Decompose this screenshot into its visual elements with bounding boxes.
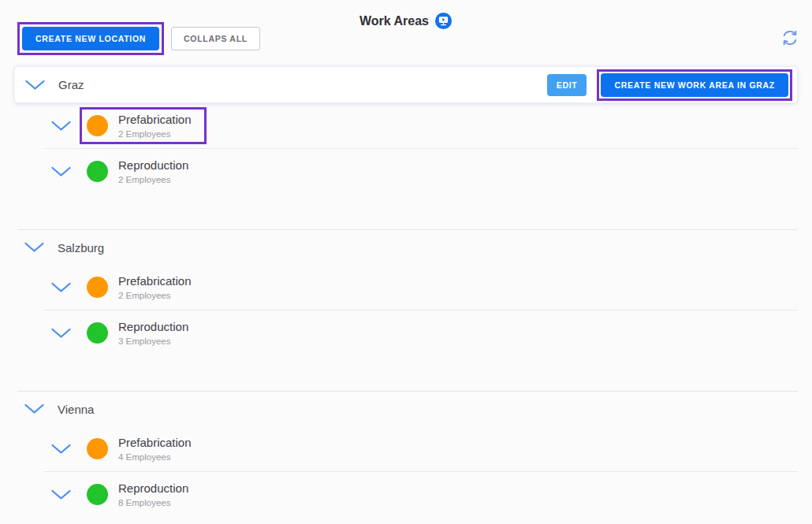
chevron-down-icon[interactable]	[24, 242, 45, 253]
work-area-row[interactable]: Prefabrication 2 Employees	[0, 103, 812, 148]
status-dot-icon	[87, 438, 108, 459]
work-area-name: Reproduction	[118, 481, 188, 495]
location-actions: EDIT CREATE NEW WORK AREA IN GRAZ	[547, 69, 792, 101]
work-area-employees: 3 Employees	[118, 336, 188, 346]
spacer	[0, 355, 812, 391]
location-row-salzburg[interactable]: Salzburg	[0, 230, 812, 265]
annotation-box-create-location: CREATE NEW LOCATION	[17, 22, 164, 55]
chevron-down-icon[interactable]	[50, 282, 72, 293]
work-area-info: Prefabrication 2 Employees	[118, 113, 192, 138]
work-area-name: Prefabrication	[118, 113, 192, 126]
work-area-employees: 2 Employees	[118, 175, 188, 184]
work-area-content: Reproduction 2 Employees	[80, 153, 203, 189]
work-area-content: Prefabrication 4 Employees	[80, 430, 207, 466]
annotation-box-prefabrication: Prefabrication 2 Employees	[80, 107, 207, 143]
chevron-down-icon[interactable]	[50, 328, 72, 339]
chevron-down-icon[interactable]	[50, 489, 72, 500]
location-name: Graz	[58, 78, 84, 91]
work-area-info: Prefabrication 4 Employees	[118, 436, 192, 461]
work-area-content: Reproduction 8 Employees	[80, 476, 203, 512]
create-new-location-button[interactable]: CREATE NEW LOCATION	[22, 27, 159, 50]
work-area-employees: 2 Employees	[118, 291, 192, 300]
toolbar-left: CREATE NEW LOCATION COLLAPS ALL	[17, 22, 260, 55]
work-areas-page: Work Areas CREATE NEW LOCATION COLLAPS A…	[0, 0, 812, 524]
location-section-salzburg: Salzburg Prefabrication 2 Employees	[0, 229, 812, 391]
work-area-employees: 8 Employees	[118, 498, 188, 507]
spacer	[0, 194, 812, 229]
work-area-info: Prefabrication 2 Employees	[118, 274, 192, 299]
work-area-employees: 2 Employees	[118, 129, 192, 139]
work-area-row[interactable]: Prefabrication 2 Employees	[0, 265, 812, 310]
chevron-down-icon[interactable]	[24, 80, 46, 91]
status-dot-icon	[87, 115, 108, 136]
work-area-info: Reproduction 3 Employees	[118, 320, 188, 345]
work-area-name: Reproduction	[118, 158, 188, 172]
status-dot-icon	[87, 277, 108, 298]
annotation-box-create-work-area: CREATE NEW WORK AREA IN GRAZ	[597, 69, 792, 101]
work-area-employees: 4 Employees	[118, 452, 192, 462]
chevron-down-icon[interactable]	[50, 166, 72, 177]
work-area-row[interactable]: Reproduction 8 Employees	[0, 472, 812, 517]
location-name: Salzburg	[58, 241, 104, 255]
status-dot-icon	[87, 161, 108, 182]
work-area-name: Reproduction	[118, 320, 188, 333]
work-areas-tutorial-icon[interactable]	[434, 12, 453, 30]
page-title: Work Areas	[359, 14, 429, 28]
work-area-row[interactable]: Reproduction 2 Employees	[0, 149, 812, 194]
chevron-down-icon[interactable]	[50, 121, 72, 132]
location-section-graz: Graz EDIT CREATE NEW WORK AREA IN GRAZ P…	[0, 66, 812, 229]
location-row-vienna[interactable]: Vienna	[0, 392, 812, 426]
work-area-info: Reproduction 8 Employees	[118, 481, 188, 507]
work-area-content: Reproduction 3 Employees	[80, 314, 203, 351]
edit-location-button[interactable]: EDIT	[547, 74, 587, 96]
location-section-vienna: Vienna Prefabrication 4 Employees	[0, 391, 812, 517]
collapse-all-button[interactable]: COLLAPS ALL	[171, 27, 260, 50]
status-dot-icon	[87, 484, 108, 505]
work-area-content: Prefabrication 2 Employees	[80, 269, 207, 305]
work-area-row[interactable]: Reproduction 3 Employees	[0, 310, 812, 355]
location-name: Vienna	[58, 403, 94, 416]
create-work-area-button[interactable]: CREATE NEW WORK AREA IN GRAZ	[601, 73, 788, 97]
refresh-icon[interactable]	[779, 27, 801, 49]
work-area-name: Prefabrication	[118, 436, 192, 449]
work-area-info: Reproduction 2 Employees	[118, 158, 188, 184]
status-dot-icon	[87, 322, 108, 344]
chevron-down-icon[interactable]	[50, 444, 72, 455]
chevron-down-icon[interactable]	[24, 403, 45, 414]
work-area-name: Prefabrication	[118, 274, 192, 288]
work-area-row[interactable]: Prefabrication 4 Employees	[0, 426, 812, 471]
topbar: Work Areas CREATE NEW LOCATION COLLAPS A…	[0, 0, 812, 66]
location-row-graz[interactable]: Graz EDIT CREATE NEW WORK AREA IN GRAZ	[14, 66, 798, 103]
